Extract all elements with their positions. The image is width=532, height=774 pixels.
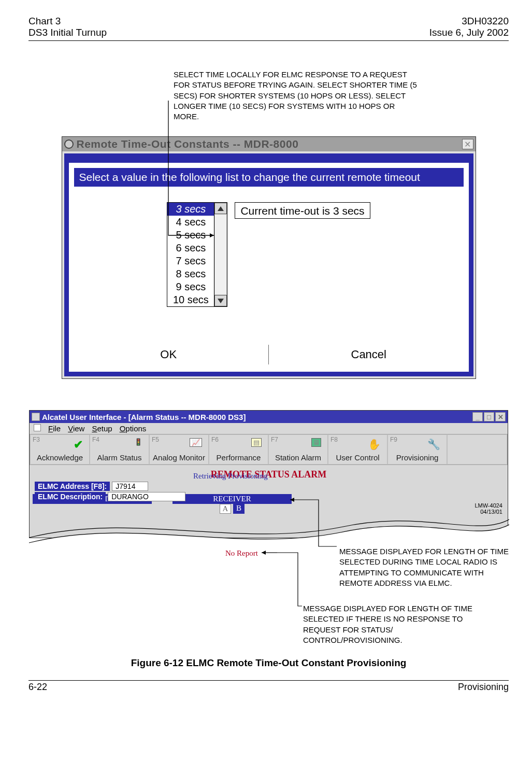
monitor-icon: 🖥 xyxy=(311,438,321,447)
menu-options[interactable]: Options xyxy=(120,424,147,433)
tb-station-alarm[interactable]: F7 🖥 Station Alarm xyxy=(268,434,328,465)
timeout-instruction: Select a value in the following list to … xyxy=(74,168,464,187)
tb-user-control[interactable]: F8 ✋ User Control xyxy=(328,434,387,465)
elmc-address-label: ELMC Address [F8]: xyxy=(35,482,110,491)
timeout-option-9[interactable]: 9 secs xyxy=(167,280,214,293)
header-subtitle: DS3 Initial Turnup xyxy=(28,27,107,38)
elmc-address-value[interactable]: J7914 xyxy=(112,482,148,491)
header-chart: Chart 3 xyxy=(28,16,107,27)
timeout-dialog-title: Remote Time-Out Constants -- MDR-8000 xyxy=(77,138,462,150)
ok-button[interactable]: OK xyxy=(69,345,269,364)
minimize-icon[interactable]: _ xyxy=(472,412,483,421)
page-footer: 6-22 Provisioning xyxy=(28,680,509,693)
traffic-light-icon: 🚦 xyxy=(134,438,142,446)
tb-analog-monitor[interactable]: F5 📈 Analog Monitor xyxy=(149,434,209,465)
header-issue: Issue 6, July 2002 xyxy=(429,27,509,38)
timeout-option-4[interactable]: 4 secs xyxy=(167,216,214,229)
tb-alarm-status[interactable]: F4 🚦 Alarm Status xyxy=(90,434,149,465)
retrieving-text: Retrieving Provisioning xyxy=(193,472,505,481)
chart-icon: 📈 xyxy=(190,438,202,447)
scroll-down-button[interactable] xyxy=(214,295,227,306)
timeout-option-6[interactable]: 6 secs xyxy=(167,242,214,255)
header-docnum: 3DH03220 xyxy=(429,16,509,27)
tb-acknowledge[interactable]: F3 ✔ Acknowledge xyxy=(30,434,90,465)
clock-icon xyxy=(64,139,74,149)
maximize-icon[interactable]: □ xyxy=(484,412,494,421)
close-icon[interactable]: ✕ xyxy=(462,139,473,149)
check-icon: ✔ xyxy=(74,438,83,452)
table-icon: ▤ xyxy=(251,438,262,447)
timeout-dialog: Remote Time-Out Constants -- MDR-8000 ✕ … xyxy=(62,136,476,379)
tb-provisioning[interactable]: F9 🔧 Provisioning xyxy=(387,434,447,465)
figure-caption: Figure 6-12 ELMC Remote Time-Out Constan… xyxy=(28,657,509,669)
tb-performance[interactable]: F6 ▤ Performance xyxy=(209,434,268,465)
close-window-icon[interactable]: ✕ xyxy=(495,412,506,421)
toolbar: F3 ✔ Acknowledge F4 🚦 Alarm Status F5 📈 … xyxy=(30,434,508,465)
menu-view[interactable]: View xyxy=(68,424,84,433)
timeout-option-8[interactable]: 8 secs xyxy=(167,268,214,280)
footer-section: Provisioning xyxy=(458,682,509,693)
page-header: Chart 3 DS3 Initial Turnup 3DH03220 Issu… xyxy=(28,16,509,41)
annotation-bottom: MESSAGE DISPLAYED FOR LENGTH OF TIME SEL… xyxy=(303,603,474,645)
elmc-desc-value[interactable]: DURANGO xyxy=(108,492,185,501)
app-icon xyxy=(32,413,40,421)
alcatel-window: Alcatel User Interface - [Alarm Status -… xyxy=(29,410,508,538)
timeout-option-10[interactable]: 10 secs xyxy=(167,293,214,306)
elmc-desc-label: ELMC Description: xyxy=(35,492,106,501)
timeout-option-7[interactable]: 7 secs xyxy=(167,255,214,268)
doc-icon xyxy=(34,424,41,431)
scroll-track[interactable] xyxy=(214,214,227,295)
alcatel-title: Alcatel User Interface - [Alarm Status -… xyxy=(42,413,246,421)
no-report-text: No Report xyxy=(225,549,258,558)
cancel-button[interactable]: Cancel xyxy=(269,345,469,364)
receiver-header: RECEIVER xyxy=(172,494,292,504)
menu-setup[interactable]: Setup xyxy=(92,424,112,433)
footer-page: 6-22 xyxy=(28,682,47,693)
timeout-option-3[interactable]: 3 secs xyxy=(167,203,214,216)
triangle-down-icon xyxy=(218,299,224,303)
scroll-up-button[interactable] xyxy=(214,203,227,214)
wrench-icon: 🔧 xyxy=(427,438,440,451)
timeout-listbox[interactable]: 3 secs 4 secs 5 secs 6 secs 7 secs 8 sec… xyxy=(167,203,214,306)
callout-top-text: SELECT TIME LOCALLY FOR ELMC RESPONSE TO… xyxy=(174,69,417,122)
timeout-option-5[interactable]: 5 secs xyxy=(167,229,214,242)
triangle-up-icon xyxy=(218,206,224,211)
menu-file[interactable]: File xyxy=(48,424,61,433)
annotation-right: MESSAGE DISPLAYED FOR LENGTH OF TIME SEL… xyxy=(339,546,515,588)
hand-icon: ✋ xyxy=(368,438,381,451)
current-timeout-label: Current time-out is 3 secs xyxy=(235,202,370,219)
menubar: File View Setup Options xyxy=(30,423,508,434)
